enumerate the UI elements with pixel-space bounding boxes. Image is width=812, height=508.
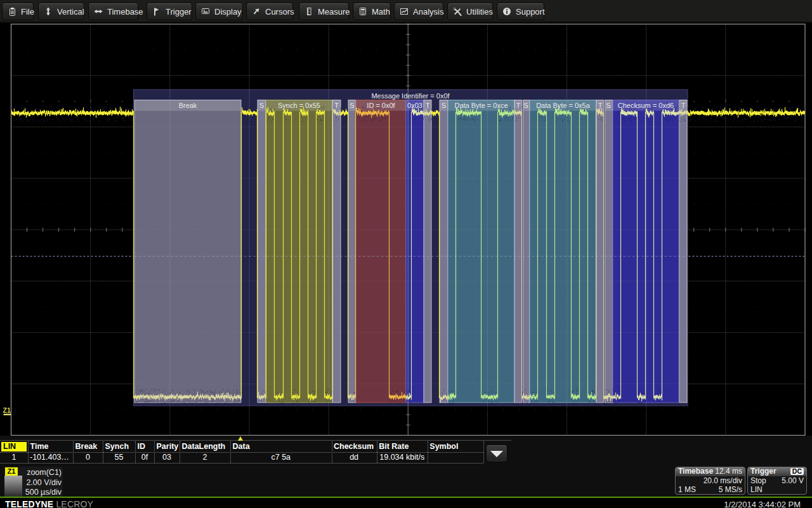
svg-text:S: S — [523, 102, 528, 109]
svg-text:S: S — [606, 102, 610, 109]
svg-text:T: T — [334, 102, 339, 109]
svg-text:Data Byte = 0x5a: Data Byte = 0x5a — [536, 102, 591, 109]
svg-text:S: S — [350, 102, 354, 109]
svg-text:Break: Break — [179, 102, 197, 109]
svg-text:S: S — [442, 102, 446, 109]
svg-text:Checksum = 0xd6: Checksum = 0xd6 — [618, 102, 674, 109]
svg-text:Data Byte = 0xce: Data Byte = 0xce — [454, 102, 508, 109]
svg-text:Z1: Z1 — [3, 406, 11, 414]
svg-text:T: T — [681, 102, 686, 109]
svg-text:0x03: 0x03 — [407, 102, 422, 109]
svg-text:T: T — [516, 102, 521, 109]
svg-text:Synch = 0x55: Synch = 0x55 — [278, 102, 320, 109]
svg-text:T: T — [598, 102, 603, 109]
svg-text:T: T — [426, 102, 430, 109]
svg-text:Message Identifier = 0x0f: Message Identifier = 0x0f — [371, 92, 450, 100]
svg-text:S: S — [259, 102, 264, 109]
svg-text:ID = 0x0f: ID = 0x0f — [367, 102, 395, 109]
